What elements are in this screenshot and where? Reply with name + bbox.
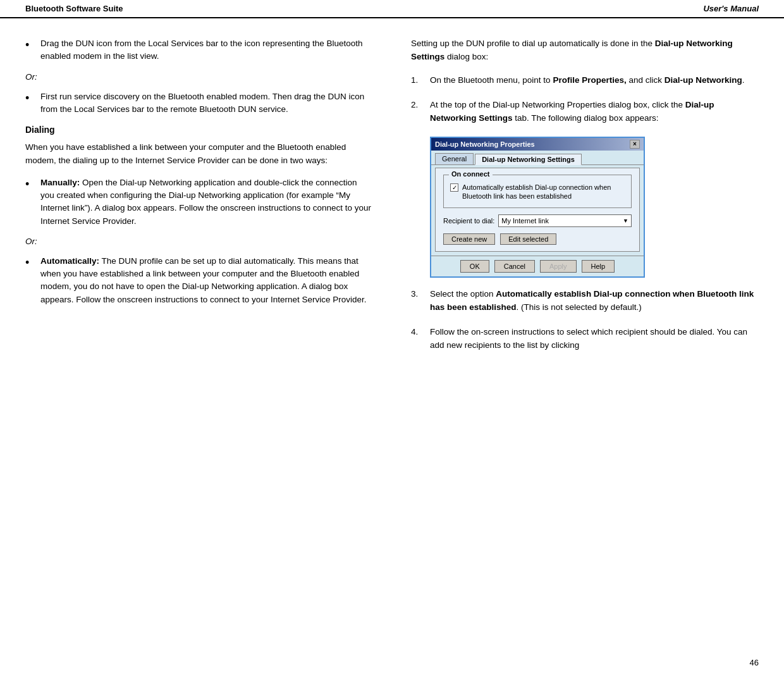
or-text-1: Or: <box>25 72 373 82</box>
step-3-bold: Automatically establish Dial-up connecti… <box>430 289 754 312</box>
step-3: 3. Select the option Automatically estab… <box>411 288 759 314</box>
page-body: • Drag the DUN icon from the Local Servi… <box>0 18 784 383</box>
dialog-tabs: General Dial-up Networking Settings <box>431 151 644 165</box>
automatically-label: Automatically: <box>40 256 99 266</box>
dialog-ok-button[interactable]: OK <box>460 260 489 273</box>
step-3-text: Select the option Automatically establis… <box>430 288 759 314</box>
bullet-icon-manually: • <box>25 176 37 192</box>
dialing-heading: Dialing <box>25 125 373 135</box>
bullet-text-auto: Automatically: The DUN profile can be se… <box>40 255 373 306</box>
dialog-close-btn[interactable]: × <box>630 140 640 149</box>
step-4-text: Follow the on-screen instructions to sel… <box>430 326 759 352</box>
intro-end: dialog box: <box>444 52 488 61</box>
dialog-checkbox[interactable]: ✓ <box>450 183 458 192</box>
manually-label: Manually: <box>40 178 80 187</box>
dialog-checkbox-text: Automatically establish Dial-up connecti… <box>462 183 625 202</box>
step-2-text: At the top of the Dial-up Networking Pro… <box>430 99 759 125</box>
bullet-automatically: • Automatically: The DUN profile can be … <box>25 255 373 306</box>
step-2-num: 2. <box>411 99 430 112</box>
page-header: Bluetooth Software Suite User's Manual <box>0 0 784 18</box>
page-number: 46 <box>750 658 759 667</box>
dialog-help-button[interactable]: Help <box>582 260 615 273</box>
bullet-icon-auto: • <box>25 255 37 271</box>
dialog-tab-general[interactable]: General <box>435 153 474 164</box>
bullet-text-1: Drag the DUN icon from the Local Service… <box>40 37 373 63</box>
dialog-recipient-row: Recipient to dial: My Internet link ▼ <box>443 214 632 227</box>
step-1-text: On the Bluetooth menu, point to Profile … <box>430 74 745 87</box>
intro-text: Setting up the DUN profile to dial up au… <box>411 39 655 48</box>
dialog-content: On connect ✓ Automatically establish Dia… <box>435 168 640 252</box>
dialog-dropdown-value: My Internet link <box>501 217 549 225</box>
bullet-text-2: First run service discovery on the Bluet… <box>40 90 373 116</box>
step-4: 4. Follow the on-screen instructions to … <box>411 326 759 352</box>
bullet-icon-1: • <box>25 37 37 53</box>
dialog-dropdown[interactable]: My Internet link ▼ <box>498 214 632 227</box>
dialog-titlebar-buttons: × <box>630 140 640 149</box>
right-intro: Setting up the DUN profile to dial up au… <box>411 37 759 64</box>
step-4-num: 4. <box>411 326 430 339</box>
step-3-num: 3. <box>411 288 430 301</box>
dialog-recipient-label: Recipient to dial: <box>443 217 494 225</box>
step-2-bold1: Dial-up Networking Settings <box>430 100 714 123</box>
header-left: Bluetooth Software Suite <box>25 4 123 13</box>
dialing-intro: When you have established a link between… <box>25 141 373 168</box>
step-1-bold2: Dial-up Networking <box>665 75 742 85</box>
dialog-titlebar: Dial-up Networking Properties × <box>431 138 644 151</box>
dropdown-arrow-icon: ▼ <box>623 218 628 224</box>
bullet-item-1: • Drag the DUN icon from the Local Servi… <box>25 37 373 63</box>
dialog-footer-buttons: OK Cancel Apply Help <box>431 256 644 276</box>
dialog-box: Dial-up Networking Properties × General … <box>430 137 645 278</box>
bullet-manually: • Manually: Open the Dial-up Networking … <box>25 176 373 228</box>
bullet-text-manually: Manually: Open the Dial-up Networking ap… <box>40 176 373 228</box>
dialog-checkbox-row: ✓ Automatically establish Dial-up connec… <box>450 183 625 202</box>
right-column: Setting up the DUN profile to dial up au… <box>405 37 759 364</box>
manually-text: Open the Dial-up Networking application … <box>40 178 371 226</box>
bullet-icon-2: • <box>25 90 37 106</box>
edit-selected-button[interactable]: Edit selected <box>500 233 556 245</box>
dialog-cancel-button[interactable]: Cancel <box>494 260 535 273</box>
dialog-apply-button[interactable]: Apply <box>540 260 577 273</box>
left-column: • Drag the DUN icon from the Local Servi… <box>25 37 386 364</box>
create-new-button[interactable]: Create new <box>443 233 495 245</box>
dialog-title: Dial-up Networking Properties <box>435 140 535 148</box>
dialog-tab-settings[interactable]: Dial-up Networking Settings <box>475 154 582 165</box>
header-right: User's Manual <box>703 4 759 13</box>
dialog-group-box: On connect ✓ Automatically establish Dia… <box>443 175 632 209</box>
dialog-group-label: On connect <box>449 170 493 178</box>
step-1: 1. On the Bluetooth menu, point to Profi… <box>411 74 759 87</box>
step-1-bold1: Profile Properties, <box>553 75 626 85</box>
step-2: 2. At the top of the Dial-up Networking … <box>411 99 759 125</box>
bullet-item-2: • First run service discovery on the Blu… <box>25 90 373 116</box>
dialog-action-buttons: Create new Edit selected <box>443 233 632 245</box>
step-1-num: 1. <box>411 74 430 87</box>
or-text-2: Or: <box>25 237 373 246</box>
